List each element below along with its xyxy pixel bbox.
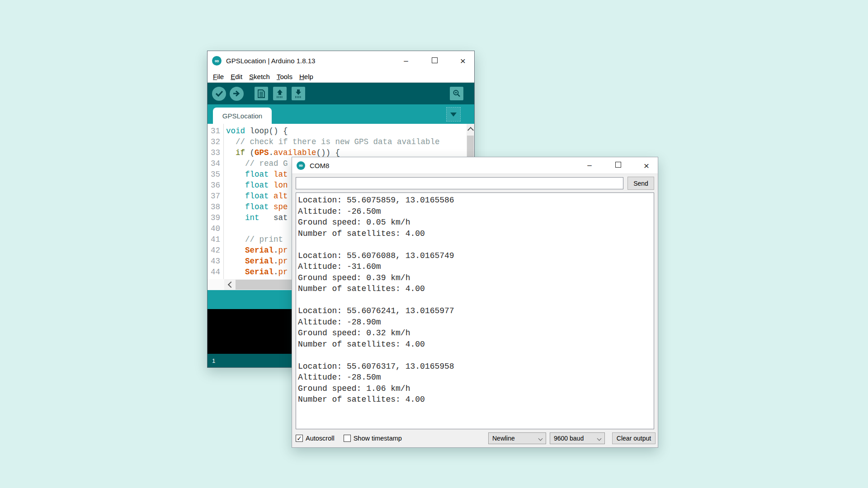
minimize-icon[interactable]: –	[399, 56, 413, 66]
baud-rate-select[interactable]: 9600 baud	[550, 432, 605, 444]
maximize-icon[interactable]	[611, 161, 625, 170]
cursor-line-indicator: 1	[212, 357, 215, 364]
document-icon	[258, 89, 265, 98]
serial-monitor-window: ∞ COM8 – × Send Location: 55.6075859, 13…	[292, 157, 658, 448]
show-timestamp-checkbox[interactable]	[344, 435, 351, 442]
arrow-up-icon	[276, 89, 284, 98]
close-icon[interactable]: ×	[456, 58, 470, 63]
magnifier-icon	[452, 89, 461, 98]
code-line-32: // check if there is new GPS data availa…	[226, 136, 467, 147]
serial-titlebar[interactable]: ∞ COM8 – ×	[292, 157, 658, 174]
menu-tools[interactable]: Tools	[275, 72, 294, 81]
autoscroll-label: Autoscroll	[306, 435, 335, 442]
serial-bottombar: ✓ Autoscroll Show timestamp Newline 9600…	[292, 429, 658, 447]
serial-output-text: Location: 55.6075859, 13.0165586 Altitud…	[296, 193, 654, 405]
serial-monitor-button[interactable]	[450, 87, 463, 100]
chevron-down-icon	[538, 436, 543, 441]
ide-titlebar[interactable]: ∞ GPSLocation | Arduino 1.8.13 – ×	[208, 51, 474, 70]
autoscroll-checkbox[interactable]: ✓	[296, 435, 303, 442]
serial-send-input[interactable]	[296, 177, 623, 189]
arrow-right-icon	[233, 90, 241, 97]
chevron-down-icon	[597, 436, 602, 441]
tab-gpslocation[interactable]: GPSLocation	[213, 108, 272, 124]
serial-output-area[interactable]: Location: 55.6075859, 13.0165586 Altitud…	[296, 192, 654, 429]
code-line-31: void loop() {	[226, 126, 467, 136]
desktop-background: ∞ GPSLocation | Arduino 1.8.13 – × FileE…	[0, 0, 868, 488]
ide-window-title: GPSLocation | Arduino 1.8.13	[226, 57, 315, 65]
chevron-left-icon	[227, 282, 234, 288]
chevron-down-icon	[450, 113, 457, 117]
serial-window-controls: – ×	[568, 161, 653, 170]
close-icon[interactable]: ×	[640, 163, 653, 168]
menu-help[interactable]: Help	[298, 72, 315, 81]
line-number-gutter: 3132333435363738394041424344	[208, 124, 224, 279]
arduino-logo-icon: ∞	[297, 161, 305, 170]
arrow-down-icon	[294, 89, 302, 98]
clear-output-button[interactable]: Clear output	[612, 432, 656, 444]
serial-window-title: COM8	[310, 162, 329, 169]
line-ending-select[interactable]: Newline	[488, 432, 546, 444]
menu-sketch[interactable]: Sketch	[248, 72, 271, 81]
new-sketch-button[interactable]	[255, 87, 268, 100]
serial-input-row: Send	[292, 174, 658, 192]
ide-menubar: FileEditSketchToolsHelp	[208, 70, 474, 83]
verify-button[interactable]	[212, 87, 226, 101]
upload-button[interactable]	[230, 87, 244, 101]
scroll-up-icon[interactable]	[467, 125, 474, 136]
line-ending-value: Newline	[492, 435, 515, 442]
checkmark-icon	[215, 90, 223, 97]
menu-edit[interactable]: Edit	[229, 72, 244, 81]
ide-window-controls: – ×	[384, 56, 470, 66]
send-button[interactable]: Send	[627, 177, 654, 190]
ide-toolbar	[208, 83, 474, 104]
ide-tabbar: GPSLocation	[208, 104, 474, 124]
scroll-left-button[interactable]	[224, 279, 236, 290]
menu-file[interactable]: File	[212, 72, 225, 81]
open-button[interactable]	[273, 87, 287, 100]
save-button[interactable]	[292, 87, 305, 100]
tab-menu-button[interactable]	[446, 107, 461, 122]
show-timestamp-label: Show timestamp	[354, 435, 402, 442]
minimize-icon[interactable]: –	[583, 161, 596, 170]
baud-rate-value: 9600 baud	[554, 435, 584, 442]
arduino-logo-icon: ∞	[212, 56, 222, 66]
maximize-icon[interactable]	[428, 56, 441, 66]
